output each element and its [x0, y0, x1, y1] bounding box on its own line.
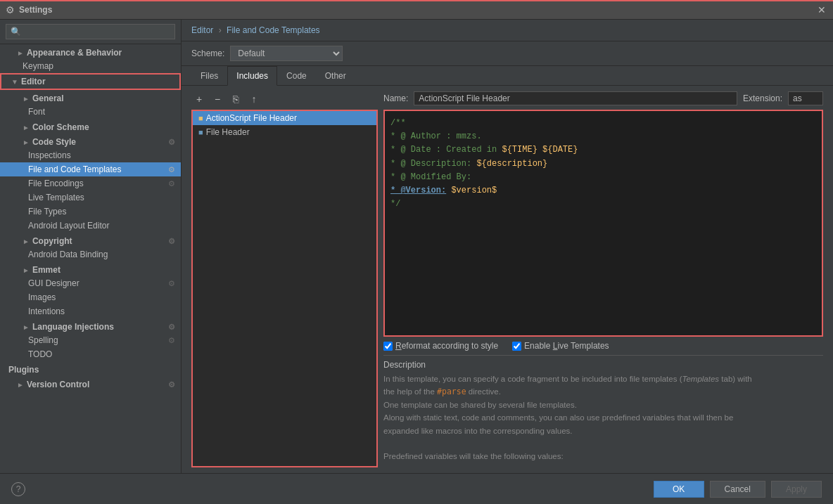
file-tree-item-actionscript[interactable]: ■ ActionScript File Header	[193, 111, 376, 125]
expand-arrow-lang-inject	[23, 323, 30, 331]
file-tree-item-file-header[interactable]: ■ File Header	[193, 125, 376, 139]
sidebar-item-live-templates[interactable]: Live Templates	[0, 190, 181, 205]
name-ext-bar: Name: Extension:	[383, 91, 823, 105]
sidebar-label-colorscheme: Color Scheme	[32, 122, 89, 132]
expand-arrow-codestyle	[23, 138, 30, 146]
sidebar-item-editor[interactable]: Editor	[0, 73, 181, 90]
sidebar-label-inspections: Inspections	[28, 150, 71, 160]
export-template-button[interactable]: ↑	[246, 91, 262, 107]
tab-files[interactable]: Files	[191, 66, 227, 86]
title-bar: ⚙ Settings ✕	[0, 0, 833, 20]
sidebar-label-images: Images	[28, 292, 56, 302]
sidebar-item-appearance-behavior[interactable]: Appearance & Behavior	[0, 44, 181, 59]
sidebar-item-version-control[interactable]: Version Control ⚙	[0, 376, 181, 391]
file-tree-toolbar: + − ⎘ ↑	[191, 91, 378, 107]
sidebar-item-todo[interactable]: TODO	[0, 347, 181, 361]
breadcrumb-part2: File and Code Templates	[227, 25, 320, 35]
tab-code[interactable]: Code	[277, 66, 316, 86]
ext-input[interactable]	[788, 91, 823, 105]
live-templates-label: Enable Live Templates	[524, 341, 609, 351]
file-tree: ■ ActionScript File Header ■ File Header	[191, 110, 378, 467]
sidebar-label-intentions: Intentions	[28, 306, 65, 316]
sidebar-item-file-encodings[interactable]: File Encodings ⚙	[0, 176, 181, 190]
copy-template-button[interactable]: ⎘	[228, 91, 243, 107]
sidebar-item-images[interactable]: Images	[0, 290, 181, 304]
reformat-label: Reformat according to style	[395, 341, 498, 351]
apply-button[interactable]: Apply	[771, 481, 822, 498]
actionscript-file-icon: ■	[198, 114, 203, 122]
tab-includes[interactable]: Includes	[227, 66, 277, 86]
expand-arrow-colorscheme	[23, 124, 30, 131]
sidebar-label-general: General	[32, 93, 64, 103]
expand-arrow-appearance	[17, 49, 24, 57]
sidebar-label-copyright: Copyright	[32, 236, 72, 246]
sidebar-item-android-data[interactable]: Android Data Binding	[0, 247, 181, 261]
sidebar-item-copyright[interactable]: Copyright ⚙	[0, 233, 181, 247]
reformat-checkbox[interactable]	[383, 342, 393, 351]
editor-panel: Name: Extension: /** * @ Author : mmzs. …	[383, 91, 823, 467]
scheme-select[interactable]: Default Project	[230, 46, 343, 61]
code-line-5: * @ Modified By:	[390, 171, 816, 184]
sidebar-item-plugins[interactable]: Plugins	[0, 361, 181, 376]
remove-template-button[interactable]: −	[210, 91, 225, 107]
code-line-4: * @ Description: ${description}	[390, 157, 816, 171]
window-title: Settings	[19, 5, 52, 15]
sidebar-label-font: Font	[28, 107, 45, 117]
file-tree-label-actionscript: ActionScript File Header	[206, 113, 297, 123]
ok-button[interactable]: OK	[654, 481, 704, 498]
reformat-checkbox-item[interactable]: Reformat according to style	[383, 341, 498, 351]
sidebar-label-spelling: Spelling	[28, 335, 58, 345]
gear-icon-file-code: ⚙	[168, 165, 175, 174]
description-panel: Description In this template, you can sp…	[383, 355, 823, 467]
help-button[interactable]: ?	[11, 482, 25, 496]
sidebar-label-plugins: Plugins	[8, 365, 39, 375]
search-input[interactable]	[6, 24, 175, 39]
sidebar-label-appearance: Appearance & Behavior	[27, 48, 122, 58]
sidebar-item-font[interactable]: Font	[0, 105, 181, 119]
sidebar-item-file-code-templates[interactable]: File and Code Templates ⚙	[0, 162, 181, 176]
gear-icon-codestyle: ⚙	[168, 138, 175, 147]
bottom-bar: ? OK Cancel Apply	[0, 473, 833, 504]
gear-icon-spelling: ⚙	[168, 336, 175, 345]
sidebar-label-gui-designer: GUI Designer	[28, 278, 80, 288]
live-templates-checkbox[interactable]	[512, 342, 521, 351]
sidebar-item-android-layout[interactable]: Android Layout Editor	[0, 219, 181, 233]
sidebar-item-inspections[interactable]: Inspections	[0, 148, 181, 162]
code-line-3: * @ Date : Created in ${TIME} ${DATE}	[390, 143, 816, 157]
breadcrumb-separator: ›	[219, 25, 222, 35]
add-template-button[interactable]: +	[191, 91, 207, 107]
live-templates-checkbox-item[interactable]: Enable Live Templates	[512, 341, 609, 351]
sidebar-item-keymap[interactable]: Keymap	[0, 59, 181, 73]
sidebar-item-gui-designer[interactable]: GUI Designer ⚙	[0, 276, 181, 290]
sidebar-item-general[interactable]: General	[0, 90, 181, 105]
sidebar-label-todo: TODO	[28, 349, 52, 359]
sidebar-item-emmet[interactable]: Emmet	[0, 261, 181, 276]
search-box	[0, 20, 181, 44]
file-header-icon: ■	[198, 128, 203, 136]
sidebar-item-color-scheme[interactable]: Color Scheme	[0, 119, 181, 134]
sidebar-item-file-types[interactable]: File Types	[0, 205, 181, 219]
sidebar-label-file-types: File Types	[28, 207, 66, 217]
name-label: Name:	[383, 93, 408, 103]
sidebar-label-lang-inject: Language Injections	[32, 322, 114, 332]
sidebar-label-editor: Editor	[21, 77, 46, 86]
close-button[interactable]: ✕	[816, 4, 827, 15]
sidebar-item-code-style[interactable]: Code Style ⚙	[0, 134, 181, 148]
expand-arrow-emmet	[23, 266, 30, 274]
expand-arrow-general	[23, 95, 30, 103]
scheme-bar: Scheme: Default Project	[182, 41, 833, 66]
gear-icon-encodings: ⚙	[168, 179, 175, 188]
gear-icon-lang-inject: ⚙	[168, 323, 175, 332]
cancel-button[interactable]: Cancel	[710, 481, 765, 498]
sidebar-item-language-injections[interactable]: Language Injections ⚙	[0, 318, 181, 333]
breadcrumb: Editor › File and Code Templates	[182, 20, 833, 41]
right-panel: Editor › File and Code Templates Scheme:…	[182, 20, 833, 473]
name-input[interactable]	[414, 91, 737, 105]
sidebar-label-version-control: Version Control	[27, 380, 89, 389]
sidebar-item-intentions[interactable]: Intentions	[0, 304, 181, 318]
gear-icon-version-control: ⚙	[168, 380, 175, 389]
sidebar-item-spelling[interactable]: Spelling ⚙	[0, 333, 181, 347]
code-line-1: /**	[390, 117, 816, 130]
code-editor[interactable]: /** * @ Author : mmzs. * @ Date : Create…	[383, 110, 823, 337]
tab-other[interactable]: Other	[316, 66, 355, 86]
